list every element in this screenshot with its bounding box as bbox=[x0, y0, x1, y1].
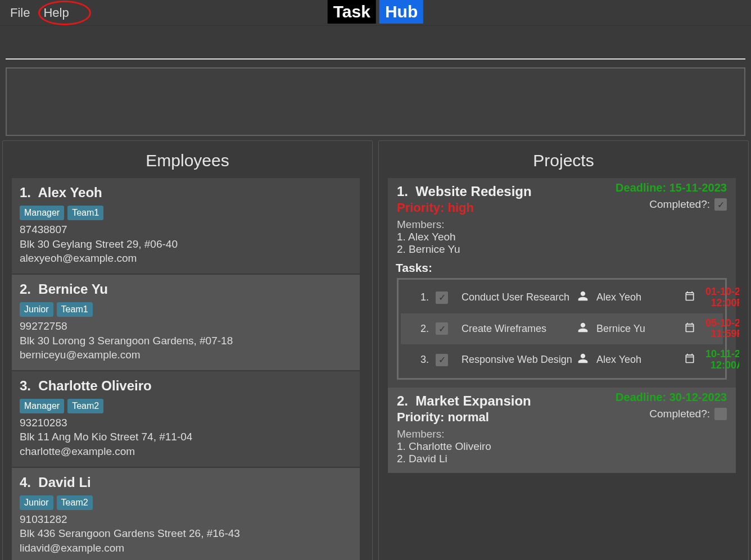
employee-address: Blk 30 Geylang Street 29, #06-40 bbox=[20, 237, 352, 252]
employee-card[interactable]: 2. Bernice YuJuniorTeam199272758Blk 30 L… bbox=[12, 275, 360, 370]
project-completed: Completed?: bbox=[649, 408, 727, 420]
menu-file[interactable]: File bbox=[10, 6, 30, 20]
employee-tag: Team2 bbox=[67, 399, 103, 413]
members-label: Members: bbox=[397, 428, 727, 440]
task-assignee: Bernice Yu bbox=[596, 323, 681, 335]
employee-email: lidavid@example.com bbox=[20, 541, 352, 556]
task-index: 1. bbox=[404, 292, 432, 303]
projects-panel: Projects Deadline: 15-11-2023Completed?:… bbox=[378, 140, 749, 560]
logo-left: Task bbox=[328, 0, 376, 24]
employee-tag: Team1 bbox=[57, 302, 93, 317]
person-icon bbox=[577, 353, 593, 367]
task-name: Conduct User Research bbox=[462, 292, 574, 304]
task-name: Create Wireframes bbox=[462, 323, 574, 335]
logo-right: Hub bbox=[379, 0, 423, 24]
project-member: 2. Bernice Yu bbox=[397, 243, 727, 256]
employee-phone: 91031282 bbox=[20, 512, 352, 527]
task-assignee: Alex Yeoh bbox=[596, 354, 681, 366]
command-input-area[interactable] bbox=[6, 26, 745, 60]
employee-tag: Team2 bbox=[57, 495, 93, 510]
project-member: 1. Charlotte Oliveiro bbox=[397, 440, 727, 453]
person-icon bbox=[577, 290, 593, 304]
project-card[interactable]: Deadline: 15-11-2023Completed?:✓1. Websi… bbox=[388, 178, 736, 388]
person-icon bbox=[577, 322, 593, 336]
project-deadline: Deadline: 15-11-2023 bbox=[616, 181, 727, 194]
project-card[interactable]: Deadline: 30-12-2023Completed?:2. Market… bbox=[388, 388, 736, 473]
employee-address: Blk 11 Ang Mo Kio Street 74, #11-04 bbox=[20, 430, 352, 444]
task-index: 3. bbox=[404, 354, 432, 366]
projects-title: Projects bbox=[379, 141, 748, 178]
employee-address: Blk 30 Lorong 3 Serangoon Gardens, #07-1… bbox=[20, 334, 352, 348]
employees-title: Employees bbox=[3, 141, 372, 178]
employee-header: 4. David Li bbox=[20, 474, 352, 491]
employee-tag: Junior bbox=[20, 302, 53, 317]
task-deadline: 05-10-202311:59PM bbox=[703, 318, 739, 340]
project-member: 2. David Li bbox=[397, 453, 727, 465]
project-member: 1. Alex Yeoh bbox=[397, 231, 727, 243]
employee-address: Blk 436 Serangoon Gardens Street 26, #16… bbox=[20, 526, 352, 541]
completed-checkbox[interactable]: ✓ bbox=[714, 198, 727, 211]
employee-tag: Team1 bbox=[67, 206, 103, 220]
task-checkbox[interactable]: ✓ bbox=[436, 354, 448, 366]
project-completed: Completed?:✓ bbox=[649, 198, 727, 211]
result-output-area bbox=[6, 67, 745, 136]
calendar-icon bbox=[684, 322, 700, 336]
employees-panel: Employees 1. Alex YeohManagerTeam1874388… bbox=[2, 140, 373, 560]
task-checkbox[interactable]: ✓ bbox=[436, 292, 448, 304]
project-deadline: Deadline: 30-12-2023 bbox=[616, 391, 727, 404]
app-logo: Task Hub bbox=[328, 0, 423, 24]
employee-tags: JuniorTeam2 bbox=[20, 495, 352, 510]
employee-tag: Junior bbox=[20, 495, 53, 510]
employees-list[interactable]: 1. Alex YeohManagerTeam187438807Blk 30 G… bbox=[12, 178, 363, 560]
employee-phone: 87438807 bbox=[20, 222, 352, 237]
employee-header: 1. Alex Yeoh bbox=[20, 184, 352, 202]
task-assignee: Alex Yeoh bbox=[596, 292, 681, 303]
employee-tags: ManagerTeam2 bbox=[20, 398, 352, 413]
task-row[interactable]: 1.✓Conduct User ResearchAlex Yeoh01-10-2… bbox=[401, 282, 723, 313]
employee-phone: 93210283 bbox=[20, 416, 352, 430]
task-row[interactable]: 3.✓Responsive Web DesignAlex Yeoh10-11-2… bbox=[401, 344, 723, 376]
task-name: Responsive Web Design bbox=[462, 354, 574, 366]
task-index: 2. bbox=[404, 323, 432, 335]
employee-header: 2. Bernice Yu bbox=[20, 280, 352, 298]
employee-tags: ManagerTeam1 bbox=[20, 205, 352, 220]
employee-card[interactable]: 3. Charlotte OliveiroManagerTeam29321028… bbox=[12, 371, 360, 467]
employee-tag: Manager bbox=[20, 206, 64, 220]
calendar-icon bbox=[684, 290, 700, 304]
completed-checkbox[interactable] bbox=[714, 408, 727, 420]
menu-help[interactable]: Help bbox=[43, 6, 69, 20]
employee-email: berniceyu@example.com bbox=[20, 348, 352, 362]
members-label: Members: bbox=[397, 218, 727, 231]
tasks-box: 1.✓Conduct User ResearchAlex Yeoh01-10-2… bbox=[397, 278, 727, 380]
employee-tags: JuniorTeam1 bbox=[20, 302, 352, 317]
employee-card[interactable]: 4. David LiJuniorTeam291031282Blk 436 Se… bbox=[12, 468, 360, 560]
menu-bar: File Help Task Hub bbox=[0, 0, 751, 26]
calendar-icon bbox=[684, 353, 700, 367]
employee-card[interactable]: 1. Alex YeohManagerTeam187438807Blk 30 G… bbox=[12, 178, 360, 274]
employee-header: 3. Charlotte Oliveiro bbox=[20, 377, 352, 395]
employee-email: charlotte@example.com bbox=[20, 444, 352, 459]
employee-tag: Manager bbox=[20, 399, 64, 413]
task-deadline: 10-11-202312:00AM bbox=[703, 349, 739, 371]
projects-list[interactable]: Deadline: 15-11-2023Completed?:✓1. Websi… bbox=[388, 178, 739, 560]
tasks-label: Tasks: bbox=[396, 261, 727, 275]
task-row[interactable]: 2.✓Create WireframesBernice Yu05-10-2023… bbox=[401, 313, 723, 345]
task-deadline: 01-10-202312:00PM bbox=[703, 286, 739, 309]
employee-email: alexyeoh@example.com bbox=[20, 251, 352, 266]
employee-phone: 99272758 bbox=[20, 319, 352, 334]
task-checkbox[interactable]: ✓ bbox=[436, 322, 448, 335]
